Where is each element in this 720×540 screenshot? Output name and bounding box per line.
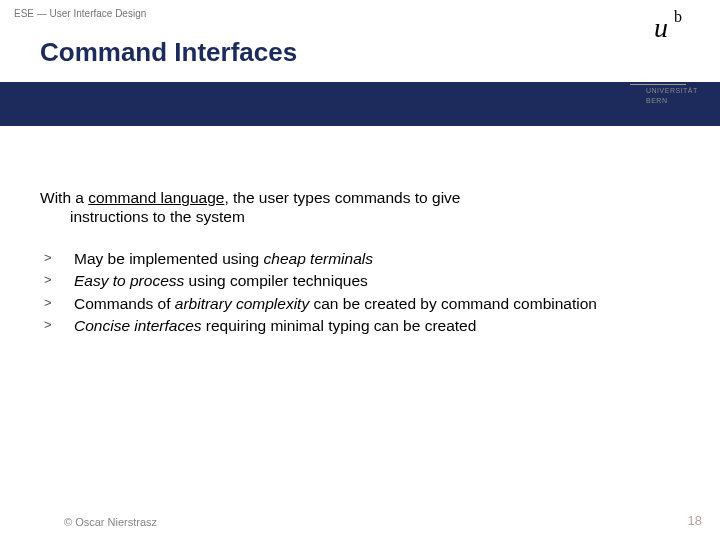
title-bar [0, 82, 720, 126]
list-item: > Concise interfaces requiring minimal t… [40, 316, 670, 335]
bullet-marker: > [40, 294, 74, 311]
bullet-list: > May be implemented using cheap termina… [40, 249, 670, 336]
logo-u-glyph: u [654, 12, 668, 44]
bullet-marker: > [40, 249, 74, 266]
slide-title: Command Interfaces [0, 19, 720, 82]
bullet-text: May be implemented using cheap terminals [74, 249, 670, 268]
bullet-text: Commands of arbitrary complexity can be … [74, 294, 670, 313]
bullet-text: Concise interfaces requiring minimal typ… [74, 316, 670, 335]
intro-post: , the user types commands to give [224, 189, 460, 206]
bullet-text: Easy to process using compiler technique… [74, 271, 670, 290]
intro-line2: instructions to the system [40, 207, 670, 226]
slide-content: With a command language, the user types … [0, 126, 720, 335]
intro-paragraph: With a command language, the user types … [40, 188, 670, 227]
logo-divider [630, 84, 686, 85]
list-item: > May be implemented using cheap termina… [40, 249, 670, 268]
bullet-marker: > [40, 316, 74, 333]
slide-header: ESE — User Interface Design [0, 0, 720, 19]
list-item: > Commands of arbitrary complexity can b… [40, 294, 670, 313]
list-item: > Easy to process using compiler techniq… [40, 271, 670, 290]
page-number: 18 [688, 513, 702, 528]
bullet-marker: > [40, 271, 74, 288]
logo-b-glyph: b [674, 8, 682, 26]
logo-label-2: BERN [646, 97, 694, 105]
intro-keyword: command language [88, 189, 224, 206]
intro-pre: With a [40, 189, 88, 206]
footer-copyright: © Oscar Nierstrasz [64, 516, 157, 528]
logo-label-1: UNIVERSITÄT [646, 87, 694, 95]
university-logo: u b UNIVERSITÄT BERN [614, 8, 694, 106]
